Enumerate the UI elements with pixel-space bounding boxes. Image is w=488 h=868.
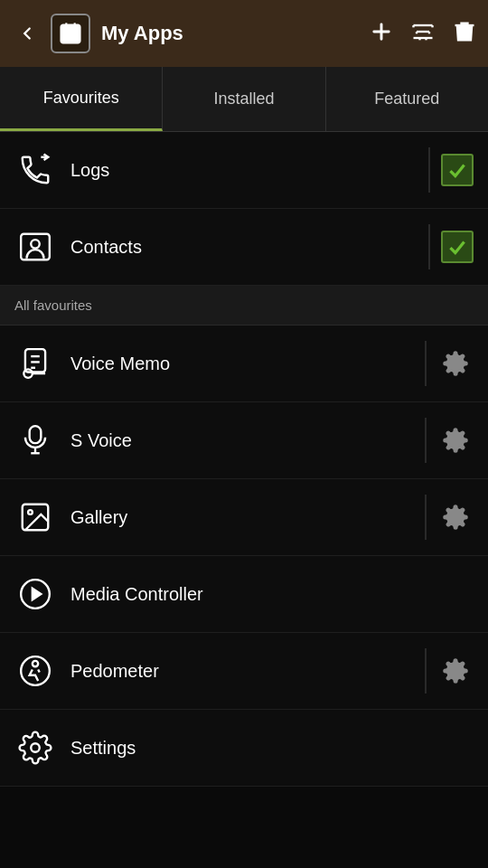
voice-memo-icon	[14, 343, 56, 384]
voice-memo-settings[interactable]	[437, 345, 474, 382]
list-item-contacts[interactable]: Contacts	[0, 209, 488, 286]
logs-icon	[14, 149, 56, 191]
svg-point-30	[33, 661, 38, 666]
list-item-media-controller[interactable]: Media Controller	[0, 556, 488, 633]
pedometer-label: Pedometer	[70, 661, 414, 682]
voice-memo-label: Voice Memo	[70, 354, 414, 374]
contacts-icon	[14, 226, 56, 268]
svg-marker-28	[33, 589, 42, 600]
list-item-logs[interactable]: Logs	[0, 132, 488, 209]
list-item-settings[interactable]: Settings	[0, 710, 488, 787]
tab-favourites[interactable]: Favourites	[0, 67, 163, 131]
gallery-icon	[14, 496, 56, 538]
svg-rect-22	[30, 426, 42, 443]
list-item-voice-memo[interactable]: Voice Memo	[0, 326, 488, 402]
apps-list: Voice Memo S Voice	[0, 326, 488, 787]
divider	[425, 341, 427, 386]
tab-featured[interactable]: Featured	[326, 67, 488, 131]
gallery-settings[interactable]	[437, 499, 474, 535]
contacts-checkbox[interactable]	[441, 231, 474, 263]
list-item-pedometer[interactable]: Pedometer	[0, 633, 488, 710]
logs-checkbox[interactable]	[441, 154, 474, 186]
contacts-label: Contacts	[70, 237, 418, 258]
app-icon-box	[51, 14, 90, 53]
svg-point-26	[28, 510, 33, 514]
tab-bar: Favourites Installed Featured	[0, 67, 488, 132]
divider	[428, 224, 430, 269]
tab-installed[interactable]: Installed	[163, 67, 325, 131]
svg-rect-14	[21, 234, 50, 260]
logs-label: Logs	[70, 160, 418, 181]
media-controller-label: Media Controller	[70, 584, 474, 605]
s-voice-icon	[14, 420, 56, 461]
svg-point-20	[23, 369, 32, 378]
s-voice-label: S Voice	[70, 430, 414, 451]
list-item-gallery[interactable]: Gallery	[0, 479, 488, 556]
filter-button[interactable]	[410, 19, 436, 48]
divider	[425, 648, 427, 693]
back-button[interactable]	[11, 17, 43, 50]
settings-label: Settings	[70, 738, 474, 759]
svg-point-15	[31, 240, 40, 249]
all-favourites-section: All favourites	[0, 286, 488, 326]
divider	[425, 495, 427, 540]
delete-button[interactable]	[452, 19, 477, 48]
gallery-label: Gallery	[70, 507, 414, 528]
divider	[425, 418, 427, 463]
media-controller-icon	[14, 573, 56, 615]
settings-icon	[14, 727, 56, 769]
add-button[interactable]	[369, 19, 394, 48]
page-title: My Apps	[101, 22, 369, 45]
s-voice-settings[interactable]	[437, 422, 474, 458]
section-label: All favourites	[14, 297, 92, 313]
pedometer-icon	[14, 650, 56, 692]
favourites-list: Logs Contacts	[0, 132, 488, 286]
header-actions	[369, 19, 477, 48]
divider	[428, 147, 430, 193]
app-header: My Apps	[0, 0, 488, 67]
list-item-s-voice[interactable]: S Voice	[0, 402, 488, 479]
pedometer-settings[interactable]	[437, 653, 474, 689]
